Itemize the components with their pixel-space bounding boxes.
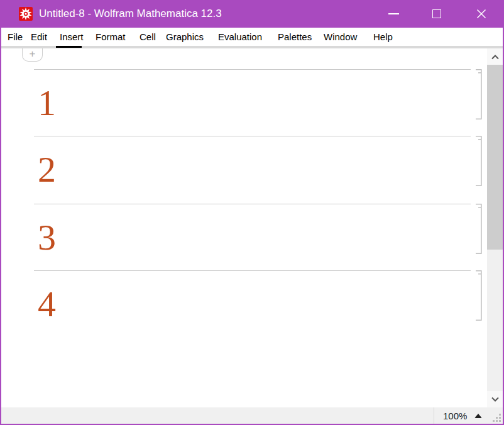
close-button[interactable] bbox=[468, 0, 495, 28]
cell-insertion-line bbox=[34, 136, 471, 136]
menu-item-format[interactable]: Format bbox=[96, 28, 126, 46]
chevron-down-icon bbox=[491, 397, 500, 402]
menu-item-edit[interactable]: Edit bbox=[31, 28, 47, 46]
menu-bar: File Edit Insert Format Cell Graphics Ev… bbox=[1, 28, 503, 46]
menu-item-cell[interactable]: Cell bbox=[140, 28, 156, 46]
insert-menu-active-underline bbox=[56, 46, 82, 48]
maximize-icon bbox=[432, 9, 441, 18]
menu-item-evaluation[interactable]: Evaluation bbox=[218, 28, 262, 46]
cell-content[interactable]: 2 bbox=[38, 152, 56, 188]
cell-content[interactable]: 4 bbox=[38, 286, 56, 323]
maximize-button[interactable] bbox=[423, 0, 451, 28]
menu-item-insert[interactable]: Insert bbox=[60, 28, 84, 46]
menu-item-help[interactable]: Help bbox=[373, 28, 393, 46]
new-cell-button[interactable]: + bbox=[22, 48, 43, 62]
zoom-level: 100% bbox=[443, 411, 467, 421]
window-title: Untitled-8 - Wolfram Mathematica 12.3 bbox=[39, 0, 222, 28]
menu-item-window[interactable]: Window bbox=[324, 28, 357, 46]
cell-content[interactable]: 1 bbox=[38, 85, 56, 121]
magnification-menu-button[interactable]: 100% bbox=[439, 407, 491, 424]
close-icon bbox=[476, 9, 486, 19]
chevron-up-icon bbox=[491, 54, 500, 60]
minimize-button[interactable] bbox=[380, 0, 407, 28]
plus-icon: + bbox=[30, 48, 36, 59]
mathematica-spikey-icon bbox=[19, 7, 33, 21]
scroll-up-button[interactable] bbox=[487, 48, 503, 65]
menu-item-graphics[interactable]: Graphics bbox=[166, 28, 204, 46]
cell-bracket[interactable] bbox=[474, 136, 483, 186]
menu-item-file[interactable]: File bbox=[8, 28, 23, 46]
mathematica-window: Untitled-8 - Wolfram Mathematica 12.3 Fi… bbox=[0, 0, 504, 425]
title-bar: Untitled-8 - Wolfram Mathematica 12.3 bbox=[0, 0, 504, 28]
scroll-down-button[interactable] bbox=[487, 391, 503, 407]
status-bar-separator bbox=[434, 407, 434, 424]
cell-bracket[interactable] bbox=[474, 69, 483, 119]
status-bar: 100% bbox=[1, 407, 503, 424]
cell-insertion-line bbox=[34, 270, 471, 271]
menu-item-palettes[interactable]: Palettes bbox=[278, 28, 312, 46]
cell-bracket[interactable] bbox=[474, 204, 483, 254]
cell-bracket[interactable] bbox=[474, 270, 483, 321]
cell-insertion-line bbox=[34, 69, 471, 70]
zoom-menu-arrow-icon bbox=[474, 414, 482, 418]
cell-content[interactable]: 3 bbox=[38, 219, 56, 256]
scrollbar-thumb[interactable] bbox=[487, 65, 503, 250]
vertical-scrollbar[interactable] bbox=[487, 48, 503, 407]
minimize-icon bbox=[388, 13, 399, 14]
cell-insertion-line bbox=[34, 204, 471, 204]
notebook-area[interactable]: 1 2 3 4 bbox=[1, 48, 487, 407]
resize-grip[interactable] bbox=[491, 412, 501, 422]
